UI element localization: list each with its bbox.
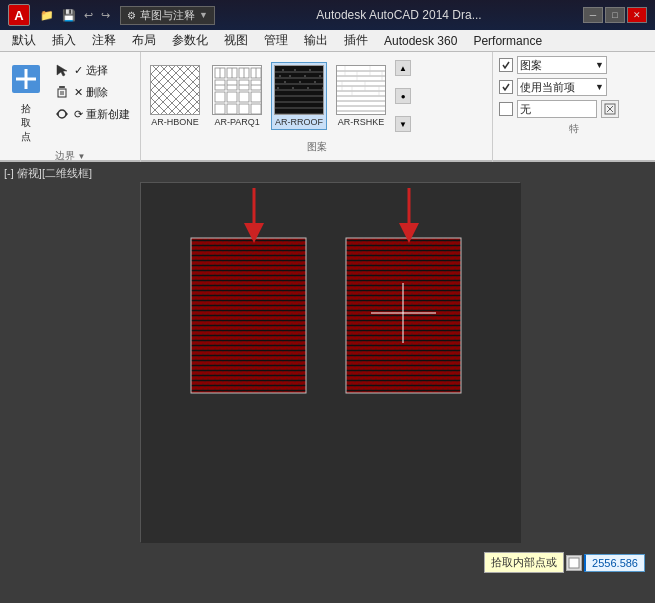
menu-view[interactable]: 视图 [216, 30, 256, 51]
ribbon: 拾取点 ✓ 选择 [0, 52, 655, 162]
menu-bar: 默认 插入 注释 布局 参数化 视图 管理 输出 插件 Autodesk 360… [0, 30, 655, 52]
menu-plugins[interactable]: 插件 [336, 30, 376, 51]
redo-icon[interactable]: ↪ [99, 9, 112, 22]
canvas-area[interactable]: [-] 俯视][二维线框] [0, 162, 655, 603]
svg-point-80 [277, 87, 279, 89]
select-icon [54, 62, 70, 78]
boundary-group-arrow[interactable]: ▼ [78, 152, 86, 161]
view-label: [-] 俯视][二维线框] [4, 166, 92, 181]
title-bar: A 📁 💾 ↩ ↪ ⚙ 草图与注释 ▼ Autodesk AutoCAD 201… [0, 0, 655, 30]
menu-performance[interactable]: Performance [465, 32, 550, 50]
pattern-ar-rroof[interactable]: AR-RROOF [271, 62, 327, 130]
pattern-group-title: 图案 [147, 140, 486, 156]
svg-point-73 [279, 75, 281, 77]
pattern-group: AR-HBONE [141, 52, 492, 165]
tooltip-label: 拾取内部点或 [484, 552, 564, 573]
hatch-patterns: AR-HBONE [147, 52, 486, 140]
window-controls: ─ □ ✕ [583, 7, 647, 23]
menu-default[interactable]: 默认 [4, 30, 44, 51]
ar-rshke-label: AR-RSHKE [338, 117, 385, 127]
open-icon[interactable]: 📁 [38, 9, 56, 22]
menu-annotate[interactable]: 注释 [84, 30, 124, 51]
close-button[interactable]: ✕ [627, 7, 647, 23]
svg-point-79 [314, 81, 316, 83]
scroll-middle-button[interactable]: ● [395, 88, 411, 104]
scroll-down-button[interactable]: ▼ [395, 116, 411, 132]
add-point-icon [8, 61, 44, 97]
prop-row-none: 无 [499, 100, 649, 118]
right-hatch-rect [346, 238, 461, 393]
undo-icon[interactable]: ↩ [82, 9, 95, 22]
drawing-canvas [140, 182, 520, 542]
main-container: A 📁 💾 ↩ ↪ ⚙ 草图与注释 ▼ Autodesk AutoCAD 201… [0, 0, 655, 603]
current-dropdown[interactable]: 使用当前项 ▼ [517, 78, 607, 96]
menu-layout[interactable]: 布局 [124, 30, 164, 51]
pattern-ar-parq1[interactable]: AR-PARQ1 [209, 62, 265, 130]
svg-line-35 [151, 114, 153, 115]
left-hatch-rect [191, 238, 306, 393]
select-button[interactable]: ✓ 选择 [50, 60, 134, 80]
workspace-dropdown[interactable]: ⚙ 草图与注释 ▼ [120, 6, 215, 25]
delete-button[interactable]: ✕ 删除 [50, 82, 134, 102]
minimize-button[interactable]: ─ [583, 7, 603, 23]
svg-point-72 [309, 69, 311, 71]
svg-point-82 [307, 87, 309, 89]
svg-point-77 [284, 81, 286, 83]
save-icon[interactable]: 💾 [60, 9, 78, 22]
svg-point-78 [299, 81, 301, 83]
current-checkbox[interactable] [499, 80, 513, 94]
add-point-button[interactable]: 拾取点 [6, 56, 46, 149]
select-label: ✓ 选择 [74, 63, 108, 78]
menu-adsk360[interactable]: Autodesk 360 [376, 32, 465, 50]
prop-row-pattern: 图案 ▼ [499, 56, 649, 74]
pattern-ar-hbone[interactable]: AR-HBONE [147, 62, 203, 130]
svg-point-74 [289, 75, 291, 77]
drawing-svg [141, 183, 521, 543]
recreate-button[interactable]: ⟳ 重新创建 [50, 104, 134, 124]
gear-icon: ⚙ [127, 10, 136, 21]
special-group: 图案 ▼ 使用当前项 ▼ [492, 52, 655, 165]
right-panel: 图案 ▼ 使用当前项 ▼ [499, 52, 649, 122]
special-group-title: 特 [499, 122, 649, 138]
svg-marker-10 [56, 112, 58, 116]
scroll-up-button[interactable]: ▲ [395, 60, 411, 76]
svg-point-76 [319, 75, 321, 77]
none-icon-button[interactable] [601, 100, 619, 118]
none-dropdown[interactable]: 无 [517, 100, 597, 118]
scroll-arrows: ▲ ● ▼ [395, 56, 411, 136]
menu-insert[interactable]: 插入 [44, 30, 84, 51]
input-tooltip: 拾取内部点或 2556.586 [484, 552, 645, 573]
ar-hbone-icon [150, 65, 200, 115]
ar-rroof-label: AR-RROOF [275, 117, 323, 127]
menu-manage[interactable]: 管理 [256, 30, 296, 51]
ribbon-content: 拾取点 ✓ 选择 [0, 52, 655, 165]
tooltip-icon [566, 555, 582, 571]
left-tools: ✓ 选择 [50, 56, 134, 128]
current-dropdown-arrow: ▼ [595, 82, 604, 92]
tooltip-value[interactable]: 2556.586 [584, 554, 645, 572]
title-icons: 📁 💾 ↩ ↪ [38, 9, 112, 22]
delete-label: ✕ 删除 [74, 85, 108, 100]
content-area: [-] 俯视][二维线框] [0, 162, 655, 603]
maximize-button[interactable]: □ [605, 7, 625, 23]
svg-line-23 [199, 114, 200, 115]
window-title: Autodesk AutoCAD 2014 Dra... [215, 8, 583, 22]
dropdown-arrow-icon: ▼ [199, 10, 208, 20]
pattern-ar-rshke[interactable]: AR-RSHKE [333, 62, 389, 130]
svg-marker-3 [57, 65, 67, 76]
pattern-dropdown[interactable]: 图案 ▼ [517, 56, 607, 74]
none-checkbox[interactable] [499, 102, 513, 116]
pattern-checkbox[interactable] [499, 58, 513, 72]
ar-rshke-icon [336, 65, 386, 115]
svg-rect-120 [569, 558, 579, 568]
add-point-label: 拾取点 [21, 102, 31, 144]
menu-output[interactable]: 输出 [296, 30, 336, 51]
svg-rect-4 [58, 89, 66, 97]
svg-point-70 [282, 69, 284, 71]
svg-point-81 [292, 87, 294, 89]
prop-row-current: 使用当前项 ▼ [499, 78, 649, 96]
ar-hbone-label: AR-HBONE [151, 117, 199, 127]
svg-rect-112 [191, 238, 306, 393]
svg-point-83 [322, 87, 324, 89]
menu-parametric[interactable]: 参数化 [164, 30, 216, 51]
